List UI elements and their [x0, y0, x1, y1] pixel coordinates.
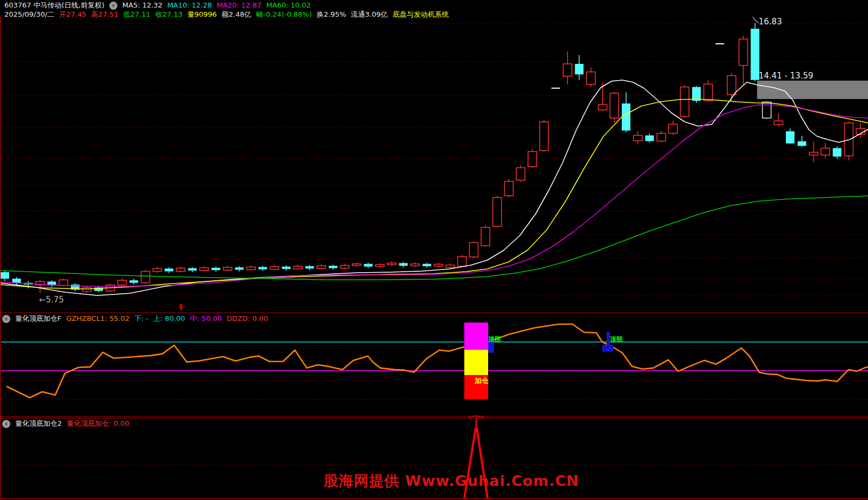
quote-value: 2025/09/30/二 [4, 10, 54, 18]
quote-value: 换2.95% [317, 10, 346, 18]
high-price-label: 16.83 [759, 17, 782, 27]
trading-app-window: 603767 中马传动(日线,前复权)∨MA5: 12.32MA10: 12.2… [0, 0, 868, 500]
top-signal-marker [602, 345, 613, 352]
signal-bar-segment [464, 350, 488, 375]
top-signal-label-1: 顶部 [488, 335, 501, 344]
ma-values: MA5: 12.32MA10: 12.28MA20: 12.87MA60: 10… [122, 1, 315, 9]
range-highlight-box [757, 81, 868, 99]
ma-line-MA60 [0, 196, 868, 280]
top-signal-label-2: 顶部 [610, 335, 623, 344]
ma-line-MA20 [0, 105, 868, 286]
header-row-2: 2025/09/30/二开27.45高27.51低27.11收27.13量909… [4, 10, 459, 19]
quote-value: 流通3.09亿 [351, 10, 388, 18]
indicator-param: 下: - [134, 314, 148, 323]
quote-value: 低27.11 [123, 10, 150, 18]
quote-value: 量90996 [187, 10, 216, 18]
signal-bar-segment [464, 323, 488, 350]
stock-title: 603767 中马传动(日线,前复权) [4, 1, 104, 9]
quote-value: 高27.51 [91, 10, 119, 18]
chevron-down-icon[interactable]: ∨ [2, 420, 10, 428]
indicator-params: GZHZBCL1: 55.02下: -上: 80.00中: 50.00DDZD:… [66, 314, 273, 323]
header-row-1: 603767 中马传动(日线,前复权)∨MA5: 12.32MA10: 12.2… [4, 1, 320, 10]
indicator-param: 上: 80.00 [153, 314, 185, 323]
ma-line-MA5 [0, 80, 868, 295]
signal-panel-header: ∨量化顶底加仓2量化顶底加仓: 0.00 [2, 419, 139, 428]
indicator-panel-header: ∨量化顶底加仓FGZHZBCL1: 55.02下: -上: 80.00中: 50… [2, 314, 278, 323]
quote-values: 2025/09/30/二开27.45高27.51低27.11收27.13量909… [4, 10, 454, 18]
ma-lines-layer [0, 80, 868, 295]
signal-marker-label: § [179, 302, 183, 311]
price-range-label: 14.41 - 13.59 [759, 71, 813, 81]
indicator-panel-title[interactable]: 量化顶底加仓F [15, 314, 61, 323]
quote-value: 额2.48亿 [222, 10, 252, 18]
ma-value: MA5: 12.32 [122, 1, 162, 9]
candles-layer [1, 23, 865, 293]
chevron-down-icon[interactable]: ∨ [109, 2, 117, 10]
ma-value: MA60: 10.02 [266, 1, 311, 9]
watermark-text: 股海网提供 Www.Guhai.Com.CN [324, 471, 551, 491]
ma-line-MA10 [0, 99, 868, 289]
ma-value: MA10: 12.28 [167, 1, 212, 9]
indicator-param: GZHZBCL1: 55.02 [66, 314, 129, 323]
main-gridlines [0, 24, 868, 295]
quote-value: 幅-0.24(-0.88%) [257, 10, 312, 18]
quote-value: 底盘与发动机系统 [393, 10, 449, 18]
chevron-down-icon[interactable]: ∨ [2, 315, 10, 323]
low-price-label: ←5.75 [39, 295, 64, 305]
signal-panel-title[interactable]: 量化顶底加仓2 [15, 419, 62, 427]
signal-value: 量化顶底加仓: 0.00 [67, 419, 134, 427]
indicator-panel-layer [1, 323, 868, 399]
add-position-label: 加仓 [475, 376, 489, 386]
indicator-param: 中: 50.00 [190, 314, 222, 323]
high-arrow-icon [753, 17, 759, 23]
quote-value: 开27.45 [59, 10, 86, 18]
quote-value: 收27.13 [155, 10, 182, 18]
indicator-param: DDZD: 0.00 [227, 314, 268, 323]
signal-value-text: 量化顶底加仓: 0.00 [67, 419, 129, 427]
ma-value: MA20: 12.87 [217, 1, 261, 9]
